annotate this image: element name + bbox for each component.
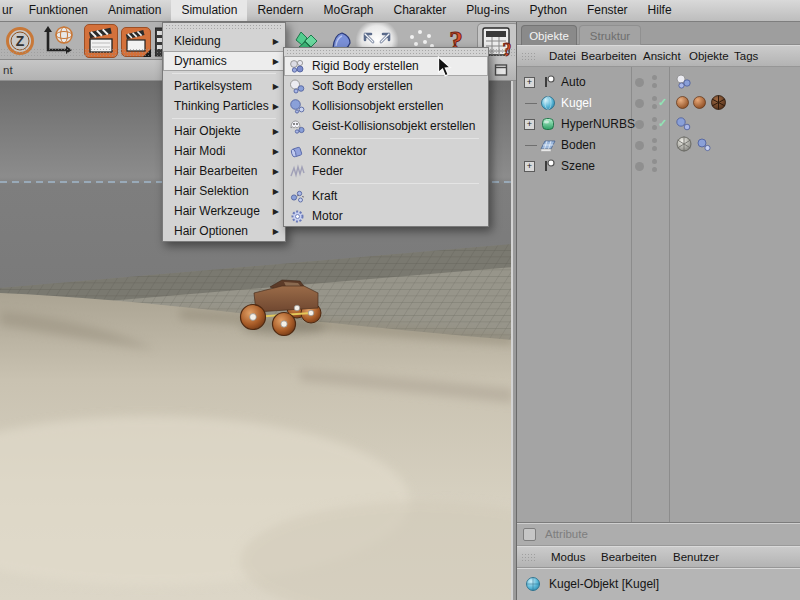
visibility-dot-render[interactable] [652, 83, 657, 88]
menubar-item-funktionen[interactable]: Funktionen [19, 0, 98, 21]
om-menu-objekte[interactable]: Objekte [689, 50, 729, 62]
menu-item-dynamics[interactable]: Dynamics▶ [163, 51, 285, 71]
visibility-dot-editor[interactable] [652, 117, 657, 122]
visibility-dot-render[interactable] [652, 167, 657, 172]
menu-item-kleidung[interactable]: Kleidung▶ [163, 31, 285, 51]
visibility-dot-render[interactable] [652, 125, 657, 130]
attr-menu-modus[interactable]: Modus [551, 551, 586, 563]
menubar-item-animation[interactable]: Animation [98, 0, 171, 21]
om-menu-bearbeiten[interactable]: Bearbeiten [581, 50, 637, 62]
menu-item-hair-bearbeiten[interactable]: Hair Bearbeiten▶ [163, 161, 285, 181]
object-label-selected[interactable]: Kugel [561, 96, 592, 110]
menu-item-hair-objekte[interactable]: Hair Objekte▶ [163, 121, 285, 141]
tree-row-szene[interactable]: + Szene [517, 156, 800, 176]
layer-dot[interactable] [635, 141, 644, 150]
menu-item-kollisionsobjekt-erstellen[interactable]: Kollisionsobjekt erstellen [284, 96, 488, 116]
visibility-dot-editor[interactable] [652, 75, 657, 80]
material-tag-orange-icon[interactable] [675, 95, 690, 112]
visibility-dot-editor[interactable] [652, 96, 657, 101]
dynamics-body-tag-icon[interactable] [675, 116, 692, 134]
attr-menu-benutzer[interactable]: Benutzer [673, 551, 719, 563]
object-label[interactable]: Boden [561, 138, 596, 152]
visibility-dot-render[interactable] [652, 104, 657, 109]
menubar-item-rendern[interactable]: Rendern [247, 0, 313, 21]
submenu-arrow-icon: ▶ [273, 187, 279, 196]
svg-text:Z: Z [16, 33, 25, 49]
menu-tearoff-strip[interactable] [286, 49, 486, 55]
attribute-lock-button[interactable] [523, 528, 536, 541]
om-menu-datei[interactable]: Datei [549, 50, 576, 62]
object-manager-tabbar: Objekte Struktur [517, 22, 800, 45]
om-menu-ansicht[interactable]: Ansicht [643, 50, 681, 62]
expand-toggle[interactable]: + [524, 77, 535, 88]
submenu-arrow-icon: ▶ [273, 167, 279, 176]
menubar-item-charakter[interactable]: Charakter [384, 0, 457, 21]
null-object-icon [540, 74, 556, 92]
menu-separator [330, 183, 479, 184]
menu-tearoff-strip[interactable] [165, 24, 283, 30]
object-manager-panel: Objekte Struktur Datei Bearbeiten Ansich… [516, 22, 800, 600]
tree-row-hypernurbs[interactable]: + HyperNURBS ✓ [517, 114, 800, 134]
enabled-check-icon[interactable]: ✓ [658, 96, 667, 109]
menubar-item-simulation[interactable]: Simulation [171, 0, 247, 21]
layer-dot[interactable] [635, 99, 644, 108]
material-tag-gray-icon[interactable] [675, 135, 693, 155]
expand-toggle[interactable]: + [524, 119, 535, 130]
tab-objekte[interactable]: Objekte [521, 25, 577, 45]
tree-stub [525, 103, 537, 104]
menu-item-konnektor[interactable]: Konnektor [284, 141, 488, 161]
visibility-dot-editor[interactable] [652, 159, 657, 164]
tree-row-auto[interactable]: + Auto [517, 72, 800, 92]
layer-dot[interactable] [635, 78, 644, 87]
soft-body-icon [289, 79, 306, 94]
om-menu-tags[interactable]: Tags [734, 50, 758, 62]
viewport-menu-partial[interactable]: nt [3, 64, 13, 76]
tab-struktur[interactable]: Struktur [579, 25, 641, 45]
tree-row-kugel[interactable]: Kugel ✓ [517, 93, 800, 113]
panel-grip-icon[interactable] [521, 52, 535, 62]
visibility-dot-editor[interactable] [652, 138, 657, 143]
menu-item-hair-optionen[interactable]: Hair Optionen▶ [163, 221, 285, 241]
submenu-arrow-icon: ▶ [273, 82, 279, 91]
menu-item-kraft[interactable]: Kraft [284, 186, 488, 206]
material-tag-orange-icon[interactable] [692, 95, 707, 112]
attr-menu-bearbeiten[interactable]: Bearbeiten [601, 551, 657, 563]
layer-dot[interactable] [635, 162, 644, 171]
menu-item-partikelsystem[interactable]: Partikelsystem▶ [163, 76, 285, 96]
menu-item-geist-kollisionsobjekt-erstellen[interactable]: Geist-Kollisionsobjekt erstellen [284, 116, 488, 136]
object-label[interactable]: Auto [561, 75, 586, 89]
null-object-icon [540, 158, 556, 176]
menubar-item-plugins[interactable]: Plug-ins [456, 0, 519, 21]
menu-item-feder[interactable]: Feder [284, 161, 488, 181]
menu-item-rigid-body-erstellen[interactable]: Rigid Body erstellen [284, 56, 488, 76]
object-label[interactable]: Szene [561, 159, 595, 173]
enabled-check-icon[interactable]: ✓ [658, 117, 667, 130]
object-label[interactable]: HyperNURBS [561, 117, 635, 131]
layer-dot[interactable] [635, 120, 644, 129]
menu-item-soft-body-erstellen[interactable]: Soft Body erstellen [284, 76, 488, 96]
attribute-title: Attribute [545, 528, 588, 540]
menubar-item-python[interactable]: Python [520, 0, 577, 21]
menubar-item-hilfe[interactable]: Hilfe [638, 0, 682, 21]
expand-toggle[interactable]: + [524, 161, 535, 172]
menubar-item-mograph[interactable]: MoGraph [313, 0, 383, 21]
dynamics-body-tag-icon[interactable] [675, 74, 692, 92]
collision-object-icon [289, 99, 306, 114]
menu-item-hair-werkzeuge[interactable]: Hair Werkzeuge▶ [163, 201, 285, 221]
submenu-arrow-icon: ▶ [273, 102, 279, 111]
tree-row-boden[interactable]: Boden [517, 135, 800, 155]
menu-item-motor[interactable]: Motor [284, 206, 488, 226]
menubar-item-fenster[interactable]: Fenster [577, 0, 638, 21]
dynamics-body-tag-icon[interactable] [695, 137, 712, 155]
menu-item-hair-selektion[interactable]: Hair Selektion▶ [163, 181, 285, 201]
visibility-dot-render[interactable] [652, 146, 657, 151]
attribute-selection-row: Kugel-Objekt [Kugel] [517, 568, 800, 600]
menu-item-thinking-particles[interactable]: Thinking Particles▶ [163, 96, 285, 116]
viewport-maximize-icon[interactable] [494, 63, 508, 79]
panel-grip-icon[interactable] [521, 553, 535, 563]
rigid-body-icon [289, 59, 306, 74]
menu-item-hair-modi[interactable]: Hair Modi▶ [163, 141, 285, 161]
menubar-item-partial[interactable]: ur [0, 0, 19, 21]
texture-tag-beetle-icon[interactable] [709, 93, 728, 114]
submenu-arrow-icon: ▶ [273, 147, 279, 156]
